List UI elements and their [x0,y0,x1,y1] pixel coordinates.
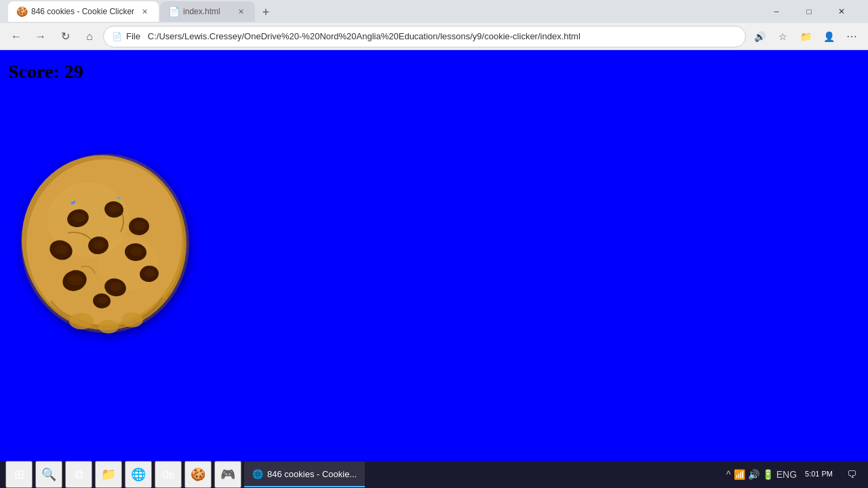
tab1-close-button[interactable]: ✕ [138,5,151,18]
system-tray: ^ 📶 🔊 🔋 ENG [726,469,797,480]
file-explorer-button[interactable]: 📁 [95,461,122,488]
tab2-close-button[interactable]: ✕ [235,5,247,18]
search-button[interactable]: 🔍 [35,461,62,488]
store-button[interactable]: 🛍 [155,461,182,488]
tab1-favicon: 🍪 [16,6,27,17]
profile-button[interactable]: 👤 [818,26,840,47]
browser-frame: 🍪 846 cookies - Cookie Clicker ✕ 📄 index… [0,0,868,488]
new-tab-button[interactable]: + [256,3,275,22]
collections-button[interactable]: 📁 [795,26,816,47]
cookie-image [14,145,197,335]
taskbar-active-app[interactable]: 🌐 846 cookies - Cookie... [244,462,365,487]
window-controls: – □ ✕ [761,1,857,22]
nav-bar: ← → ↻ ⌂ 📄 File C:/Users/Lewis.Cressey/On… [0,23,868,50]
score-display: Score: 29 [8,61,83,83]
svg-point-21 [68,274,83,285]
tab-index-html[interactable]: 📄 index.html ✕ [160,1,255,22]
forward-button[interactable]: → [30,26,52,47]
start-button[interactable]: ⊞ [5,461,33,488]
maximize-button[interactable]: □ [793,1,825,22]
chevron-icon[interactable]: ^ [726,469,731,480]
cookie-app-button[interactable]: 🍪 [184,461,212,488]
svg-point-13 [134,221,146,230]
svg-point-25 [144,269,155,277]
notification-button[interactable]: 🗨 [841,461,863,488]
cookie-button[interactable] [14,145,197,335]
taskbar-right: ^ 📶 🔊 🔋 ENG 5:01 PM 🗨 [726,461,863,488]
reload-button[interactable]: ↻ [54,26,76,47]
home-button[interactable]: ⌂ [79,26,100,47]
svg-point-11 [108,205,121,213]
extra-app-button[interactable]: 🎮 [214,461,241,488]
svg-point-5 [69,313,94,329]
sound-icon[interactable]: 🔊 [748,469,760,480]
battery-icon[interactable]: 🔋 [762,469,774,480]
svg-point-27 [98,297,107,304]
clock-time: 5:01 PM [805,469,833,479]
network-icon[interactable]: 📶 [734,469,745,480]
address-url: C:/Users/Lewis.Cressey/OneDrive%20-%20No… [148,31,580,41]
svg-point-23 [110,282,122,291]
favorites-button[interactable]: ☆ [772,26,793,47]
task-view-button[interactable]: ⧉ [65,461,92,488]
taskbar: ⊞ 🔍 ⧉ 📁 🌐 🛍 🍪 🎮 🌐 846 cookies - Cookie..… [0,461,868,488]
tab2-favicon: 📄 [168,6,179,17]
language-label[interactable]: ENG [776,469,797,480]
svg-point-9 [72,213,85,222]
read-aloud-button[interactable]: 🔊 [749,26,770,47]
svg-point-19 [130,247,142,256]
page-content: Score: 29 [0,50,868,461]
file-label: File [126,31,140,41]
system-clock[interactable]: 5:01 PM [800,469,838,479]
svg-point-7 [121,312,143,327]
address-text: File C:/Users/Lewis.Cressey/OneDrive%20-… [126,31,737,41]
address-bar[interactable]: 📄 File C:/Users/Lewis.Cressey/OneDrive%2… [103,26,746,47]
svg-point-15 [55,245,68,254]
tabs-bar: 🍪 846 cookies - Cookie Clicker ✕ 📄 index… [5,1,758,22]
back-button[interactable]: ← [5,26,27,47]
tab1-label: 846 cookies - Cookie Clicker [31,7,134,16]
settings-button[interactable]: ⋯ [841,26,863,47]
close-button[interactable]: ✕ [826,1,857,22]
svg-point-17 [93,240,105,249]
tab2-label: index.html [183,7,231,16]
tab-cookie-clicker[interactable]: 🍪 846 cookies - Cookie Clicker ✕ [8,1,159,22]
toolbar-buttons: 🔊 ☆ 📁 👤 ⋯ [749,26,863,47]
file-icon: 📄 [112,32,122,41]
title-bar: 🍪 846 cookies - Cookie Clicker ✕ 📄 index… [0,0,868,23]
edge-button[interactable]: 🌐 [125,461,152,488]
taskbar-app-label: 846 cookies - Cookie... [267,469,357,479]
minimize-button[interactable]: – [761,1,792,22]
taskbar-app-icon: 🌐 [252,469,263,479]
svg-point-6 [98,320,119,333]
